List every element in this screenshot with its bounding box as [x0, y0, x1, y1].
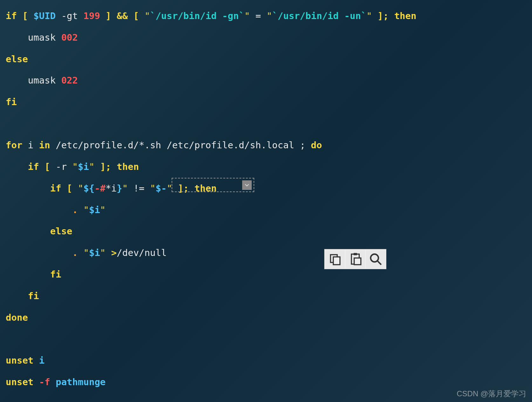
- code-line: done: [6, 312, 526, 323]
- code-line: . "$i" >/dev/null: [6, 248, 526, 258]
- search-button[interactable]: [366, 250, 385, 268]
- search-icon: [369, 252, 382, 266]
- code-line: [6, 118, 526, 129]
- floating-toolbar: [324, 249, 386, 269]
- code-line: umask 022: [6, 75, 526, 86]
- copy-button[interactable]: [325, 250, 345, 268]
- code-line: fi: [6, 291, 526, 302]
- svg-rect-4: [354, 258, 361, 265]
- code-line: if [ "${-#*i}" != "$-" ]; then: [6, 183, 526, 194]
- code-line: for i in /etc/profile.d/*.sh /etc/profil…: [6, 140, 526, 151]
- code-line: fi: [6, 97, 526, 108]
- paste-icon: [349, 252, 362, 266]
- svg-rect-1: [333, 257, 340, 265]
- code-line: [6, 399, 526, 402]
- code-line: unset i: [6, 355, 526, 366]
- ime-dropdown[interactable]: [172, 178, 254, 192]
- watermark: CSDN @落月爱学习: [457, 389, 526, 398]
- svg-rect-3: [354, 253, 357, 255]
- code-line: else: [6, 226, 526, 237]
- code-line: fi: [6, 269, 526, 280]
- editor-content[interactable]: if [ $UID -gt 199 ] && [ "`/usr/bin/id -…: [6, 0, 526, 402]
- chevron-down-icon[interactable]: [242, 180, 252, 190]
- code-line: else: [6, 54, 526, 65]
- paste-button[interactable]: [345, 250, 365, 268]
- code-line: unset -f pathmunge: [6, 377, 526, 388]
- code-line: umask 002: [6, 32, 526, 43]
- code-line: if [ $UID -gt 199 ] && [ "`/usr/bin/id -…: [6, 11, 526, 22]
- code-line: if [ -r "$i" ]; then: [6, 162, 526, 172]
- svg-line-6: [377, 261, 381, 265]
- svg-point-5: [371, 254, 379, 262]
- code-line: [6, 334, 526, 345]
- code-line: . "$i": [6, 205, 526, 216]
- copy-icon: [328, 252, 342, 266]
